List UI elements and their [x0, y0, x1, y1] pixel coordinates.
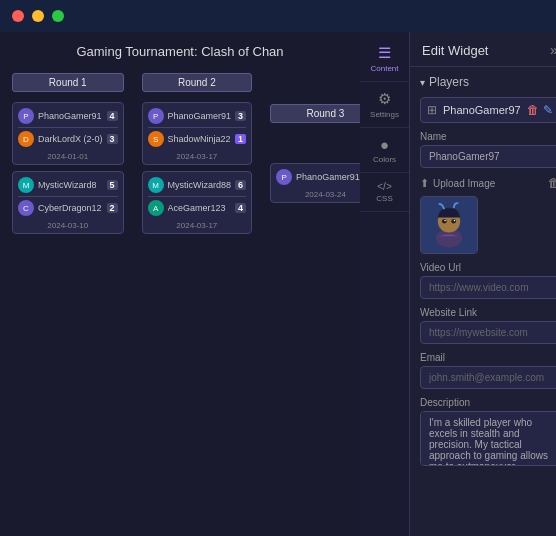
match-card: P PhanoGamer91 3 S ShadowNinja22 1 2024-…: [142, 102, 253, 165]
player-name: PhanoGamer91: [38, 111, 103, 121]
round-3-header: Round 3: [270, 104, 360, 123]
player-score: 5: [107, 180, 118, 190]
nav-item-label: Colors: [373, 155, 396, 164]
player-row: M MysticWizard8 5: [18, 175, 118, 195]
round-2-header: Round 2: [142, 73, 253, 92]
player-score: 4: [235, 203, 246, 213]
email-input[interactable]: [420, 366, 556, 389]
avatar: M: [18, 177, 34, 193]
avatar: M: [148, 177, 164, 193]
match-date: 2024-01-01: [18, 152, 118, 161]
description-field-group: Description I'm a skilled player who exc…: [420, 397, 556, 469]
tournament-title: Gaming Tournament: Clash of Chan: [12, 44, 348, 59]
players-section-header: ▾ Players: [420, 75, 556, 89]
sidebar-nav: ☰ Content ⚙ Settings ● Colors </> CSS: [360, 32, 410, 536]
nav-item-content[interactable]: ☰ Content: [360, 36, 409, 82]
avatar: P: [18, 108, 34, 124]
player-row: P PhanoGamer91 5: [276, 167, 360, 187]
player-row: P PhanoGamer91 4: [18, 106, 118, 126]
match-card: M MysticWizard88 6 A AceGamer123 4 2024-…: [142, 171, 253, 234]
css-icon: </>: [377, 181, 391, 192]
delete-upload-button[interactable]: 🗑: [548, 176, 556, 190]
match-date: 2024-03-10: [18, 221, 118, 230]
player-name: DarkLordX (2-0): [38, 134, 103, 144]
main-layout: Gaming Tournament: Clash of Chan Round 1…: [0, 32, 556, 536]
edit-panel: Edit Widget » ▾ Players ⊞ PhanoGamer97 🗑…: [410, 32, 556, 536]
titlebar-dot-red[interactable]: [12, 10, 24, 22]
player-row: C CyberDragon12 2: [18, 198, 118, 218]
player-row: D DarkLordX (2-0) 3: [18, 129, 118, 149]
round-3-column: Round 3 P PhanoGamer91 5 2024-03-24: [270, 104, 360, 203]
description-label: Description: [420, 397, 556, 408]
player-score: 6: [235, 180, 246, 190]
website-link-field-group: Website Link: [420, 307, 556, 344]
match-date: 2024-03-24: [276, 190, 360, 199]
colors-icon: ●: [380, 136, 389, 153]
upload-icon: ⬆: [420, 177, 429, 190]
player-score: 3: [107, 134, 118, 144]
chevron-down-icon: ▾: [420, 77, 425, 88]
collapse-button[interactable]: »: [550, 42, 556, 58]
panel-body: ▾ Players ⊞ PhanoGamer97 🗑 ✎ Name: [410, 67, 556, 536]
round-1-header: Round 1: [12, 73, 124, 92]
nav-item-colors[interactable]: ● Colors: [360, 128, 409, 173]
delete-player-button[interactable]: 🗑: [527, 103, 539, 117]
description-input[interactable]: I'm a skilled player who excels in steal…: [420, 411, 556, 466]
email-label: Email: [420, 352, 556, 363]
name-label: Name: [420, 131, 556, 142]
titlebar-dot-green[interactable]: [52, 10, 64, 22]
nav-item-label: Settings: [370, 110, 399, 119]
player-score: 1: [235, 134, 246, 144]
right-panel: ☰ Content ⚙ Settings ● Colors </> CSS Ed…: [360, 32, 556, 536]
avatar: C: [18, 200, 34, 216]
upload-label-row: ⬆ Upload Image: [420, 177, 495, 190]
player-row: A AceGamer123 4: [148, 198, 247, 218]
grid-icon: ⊞: [427, 103, 437, 117]
match-card: P PhanoGamer91 5 2024-03-24: [270, 163, 360, 203]
upload-image-section: ⬆ Upload Image 🗑: [420, 176, 556, 254]
player-item-actions: 🗑 ✎: [527, 103, 553, 117]
player-name: PhanoGamer91: [168, 111, 232, 121]
avatar: A: [148, 200, 164, 216]
svg-point-5: [444, 220, 445, 221]
website-link-label: Website Link: [420, 307, 556, 318]
player-score: 3: [235, 111, 246, 121]
bracket-container: Round 1 P PhanoGamer91 4 D DarkLordX (2-…: [12, 73, 348, 234]
player-name: MysticWizard8: [38, 180, 103, 190]
content-icon: ☰: [378, 44, 391, 62]
round-1-column: Round 1 P PhanoGamer91 4 D DarkLordX (2-…: [12, 73, 124, 234]
avatar: P: [276, 169, 292, 185]
website-link-input[interactable]: [420, 321, 556, 344]
panel-title: Edit Widget: [422, 43, 488, 58]
round-2-column: Round 2 P PhanoGamer91 3 S ShadowNinja22…: [142, 73, 253, 234]
preview-avatar-svg: [421, 197, 477, 253]
svg-point-3: [442, 219, 447, 224]
left-panel: Gaming Tournament: Clash of Chan Round 1…: [0, 32, 360, 536]
edit-player-button[interactable]: ✎: [543, 103, 553, 117]
match-date: 2024-03-17: [148, 221, 247, 230]
svg-point-4: [451, 219, 456, 224]
avatar: P: [148, 108, 164, 124]
player-name: PhanoGamer91: [296, 172, 360, 182]
titlebar-dot-yellow[interactable]: [32, 10, 44, 22]
svg-point-6: [454, 220, 455, 221]
name-input[interactable]: [420, 145, 556, 168]
player-score: 4: [107, 111, 118, 121]
upload-label: Upload Image: [433, 178, 495, 189]
email-field-group: Email: [420, 352, 556, 389]
match-card: P PhanoGamer91 4 D DarkLordX (2-0) 3 202…: [12, 102, 124, 165]
video-url-input[interactable]: [420, 276, 556, 299]
player-item-name: PhanoGamer97: [443, 104, 521, 116]
nav-item-label: CSS: [376, 194, 392, 203]
nav-item-label: Content: [370, 64, 398, 73]
settings-icon: ⚙: [378, 90, 391, 108]
player-row: S ShadowNinja22 1: [148, 129, 247, 149]
player-name: AceGamer123: [168, 203, 232, 213]
player-item: ⊞ PhanoGamer97 🗑 ✎: [420, 97, 556, 123]
nav-item-css[interactable]: </> CSS: [360, 173, 409, 212]
upload-header: ⬆ Upload Image 🗑: [420, 176, 556, 190]
nav-item-settings[interactable]: ⚙ Settings: [360, 82, 409, 128]
image-preview: [420, 196, 478, 254]
match-card: M MysticWizard8 5 C CyberDragon12 2 2024…: [12, 171, 124, 234]
name-field-group: Name: [420, 131, 556, 168]
